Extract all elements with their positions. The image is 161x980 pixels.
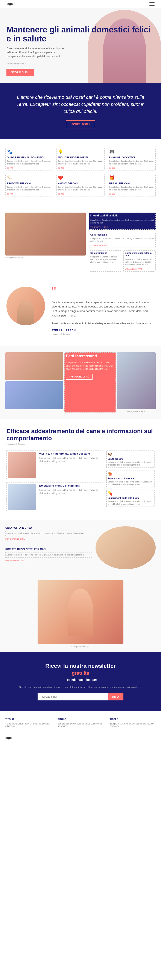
- facts-section: Fatti interessanti Sample text. Click to…: [0, 346, 161, 419]
- facts-button[interactable]: FAI SAPERE DI PIÙ: [66, 374, 92, 380]
- recipe-desc-1[interactable]: Sample text. Click to select the text bo…: [5, 531, 92, 536]
- card-prodotti-title: PRODOTTI PER CANI: [7, 182, 52, 185]
- quote-text: L'amore che riceviamo dai nostri cani è …: [13, 94, 148, 115]
- facts-image-right: [117, 352, 156, 409]
- testimonial-continuation: Amet mattis vulputate enimt nisi sceleri…: [51, 321, 155, 326]
- testimonial-text: Faucibus vitae aliquet nec ullamcorper s…: [51, 300, 155, 318]
- training-card-stalking-desc: Sample text. Click to select the text bo…: [39, 488, 102, 495]
- newsletter-bonus: + contenuti bonus: [13, 678, 148, 682]
- card-guida-desc: Sample text. Click to select the text bo…: [7, 160, 52, 165]
- newsletter-title: Ricevi la nostra newsletter: [13, 663, 148, 669]
- training-card-stalking-title: No stalking mentre si cammina: [39, 484, 102, 487]
- training-card-vita-image: [8, 452, 36, 478]
- card-suggerimenti-link[interactable]: da 990: [58, 167, 103, 169]
- footer: Titolo Sample text. Lorem dolor sit amet…: [0, 711, 161, 743]
- hero-image-caption: Immagine de Freepik: [6, 62, 155, 65]
- competenze-title: Competenze per tutta la vita: [125, 251, 154, 257]
- menu-icon[interactable]: [150, 2, 155, 6]
- come-funziona-title: Come funziona: [90, 251, 120, 254]
- footer-bottom: logo: [5, 733, 156, 740]
- competenze-card[interactable]: Competenze per tutta la vita Sample text…: [123, 250, 156, 272]
- card-regali-icon: 🎁: [109, 175, 154, 180]
- card-regali-title: REGALI PER CANI: [109, 182, 154, 185]
- footer-col-3-item-1[interactable]: Sample text. Lorem dolor sit amet, conse…: [110, 722, 156, 727]
- footer-logo: logo: [5, 736, 12, 740]
- side-card-stile-title: Suggerimenti sullo stile di vita: [108, 497, 153, 499]
- come-funziona-desc: Sample text. Click to select the text bo…: [90, 256, 120, 264]
- come-funziona-card[interactable]: Come funziona Sample text. Click to sele…: [89, 250, 121, 272]
- recipe-link-2[interactable]: PER SAPERNE DI PIÙ: [5, 560, 92, 562]
- recipe-link-1[interactable]: PER SAPERNE DI PIÙ: [5, 538, 92, 540]
- training-section: Efficace addestramento del cane e inform…: [0, 419, 161, 520]
- side-card-salute[interactable]: 🐶 Salute del cane Sample text. Click to …: [106, 450, 155, 468]
- card-prodotti-icon: 🦴: [7, 175, 52, 180]
- side-card-salute-title: Salute del cane: [108, 458, 153, 460]
- recipe-image: [96, 526, 156, 569]
- card-suggerimenti-desc: Sample text. Click to select the text bo…: [58, 160, 103, 165]
- card-regali[interactable]: 🎁 REGALI PER CANI Sample text. Click to …: [108, 174, 156, 196]
- training-card-vita-desc: Sample text. Click to select the text bo…: [39, 457, 102, 463]
- card-guida-title: GUIDA PER ANIMALI DOMESTICI: [7, 156, 52, 159]
- training-left-col: Vivi la tua migliore vita amica del cane…: [6, 450, 103, 511]
- card-guida[interactable]: 🐾 GUIDA PER ANIMALI DOMESTICI Sample tex…: [5, 148, 53, 170]
- card-suggerimenti-title: MIGLIORI SUGGERIMENTI: [58, 156, 103, 159]
- testimonial-author: STELLA LARSON: [51, 329, 155, 332]
- competenze-link[interactable]: VISUALIZZA ALTRO: [125, 268, 154, 270]
- footer-col-1-item-1[interactable]: Sample text. Lorem dolor sit amet, conse…: [5, 722, 51, 727]
- newsletter-submit-button[interactable]: INVIA: [108, 693, 123, 700]
- hero-title: Mantenere gli animali domestici felici e…: [6, 25, 155, 43]
- card-giocattoli-link[interactable]: da 990: [109, 167, 154, 169]
- card-amanti-link[interactable]: da 990: [58, 193, 103, 195]
- card-prodotti[interactable]: 🦴 PRODOTTI PER CANI Sample text. Click t…: [5, 174, 53, 196]
- mixed-right-block: I nostri cani di famiglia Sample text. C…: [89, 213, 156, 271]
- facts-content-block[interactable]: Fatti interessanti Sample text. Click to…: [64, 352, 116, 412]
- hero-text-block: Mantenere gli animali domestici felici e…: [6, 25, 155, 76]
- facts-image-bottom: [5, 381, 63, 409]
- girl-silhouette: [68, 589, 93, 636]
- testimonial-section: " Faucibus vitae aliquet nec ullamcorper…: [0, 276, 161, 346]
- cosa-facciamo-link[interactable]: VISUALIZZA ALTRO: [90, 244, 154, 247]
- facts-images-left: [5, 352, 63, 412]
- card-giocattoli-desc: Sample text. Click to select the text bo…: [109, 160, 154, 165]
- hero-description: Dale some tutor dolor in reprehenderit i…: [6, 46, 67, 58]
- side-card-stile-desc: Sample text. Click to select the text bo…: [108, 500, 153, 506]
- side-card-stile-icon: 💊: [108, 491, 153, 496]
- card-amanti-desc: Sample text. Click to select the text bo…: [58, 186, 103, 191]
- card-amanti[interactable]: ❤️ AMANTI DEI CANI Sample text. Click to…: [56, 174, 104, 196]
- purple-cani-card[interactable]: I nostri cani di famiglia Sample text. C…: [89, 213, 156, 229]
- girl-image-caption: Immagine de Freepik: [0, 646, 161, 648]
- card-regali-desc: Sample text. Click to select the text bo…: [109, 186, 154, 191]
- card-giocattoli-icon: 🎮: [109, 149, 154, 154]
- training-card-vita[interactable]: Vivi la tua migliore vita amica del cane…: [6, 450, 103, 479]
- competenze-desc: Sample text. Click to select the text bo…: [125, 258, 154, 266]
- side-card-spasso[interactable]: 🍖 Porta a spasso il tuo cane Sample text…: [106, 470, 155, 487]
- newsletter-form: INVIA: [38, 693, 123, 700]
- card-giocattoli-title: I MIGLIORI GIOCATTOLI: [109, 156, 154, 159]
- card-guida-link[interactable]: da 990: [7, 167, 52, 169]
- mixed-image-caption: Immagine de Freepik: [5, 256, 86, 259]
- card-regali-link[interactable]: da 990: [109, 193, 154, 195]
- facts-image-right-block: Immagine de Freepik: [117, 352, 156, 412]
- recipe-desc-2[interactable]: Sample text. Click to select the text bo…: [5, 552, 92, 558]
- footer-columns: Titolo Sample text. Lorem dolor sit amet…: [5, 718, 156, 729]
- footer-col-2-title: Titolo: [57, 718, 103, 721]
- cards-section: 🐾 GUIDA PER ANIMALI DOMESTICI Sample tex…: [0, 139, 161, 208]
- newsletter-email-input[interactable]: [38, 693, 108, 700]
- footer-col-2-item-1[interactable]: Sample text. Lorem dolor sit amet, conse…: [57, 722, 103, 727]
- purple-card-link[interactable]: VISUALIZZA ALTRO: [90, 226, 154, 228]
- testimonial-caption: Immagine de Freepik: [51, 333, 155, 335]
- card-giocattoli[interactable]: 🎮 I MIGLIORI GIOCATTOLI Sample text. Cli…: [108, 148, 156, 170]
- card-suggerimenti-icon: 💡: [58, 149, 103, 154]
- quote-mark: ": [51, 286, 155, 297]
- cosa-facciamo-card[interactable]: Cosa facciamo Sample text. Click to sele…: [89, 232, 156, 248]
- quote-cta-button[interactable]: SCOPRI DI PIÙ: [66, 120, 95, 129]
- testimonial-person-silhouette: [17, 299, 34, 325]
- card-prodotti-link[interactable]: da 990: [7, 193, 52, 195]
- side-card-spasso-icon: 🍖: [108, 471, 153, 476]
- girl-image: [38, 580, 123, 644]
- training-card-stalking[interactable]: No stalking mentre si cammina Sample tex…: [6, 482, 103, 511]
- side-card-stile[interactable]: 💊 Suggerimenti sullo stile di vita Sampl…: [106, 490, 155, 507]
- side-card-spasso-title: Porta a spasso il tuo cane: [108, 477, 153, 480]
- hero-cta-button[interactable]: SCOPRI DI PIÙ: [6, 69, 34, 76]
- card-suggerimenti[interactable]: 💡 MIGLIORI SUGGERIMENTI Sample text. Cli…: [56, 148, 104, 170]
